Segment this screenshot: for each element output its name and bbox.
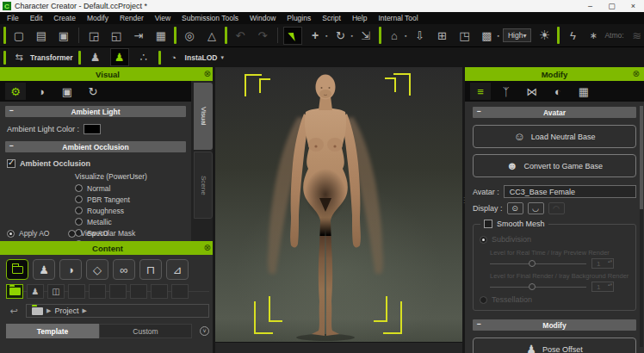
light-settings-button[interactable]: ☀ <box>535 27 554 45</box>
camera-home-dropdown[interactable]: ▪ <box>405 33 406 39</box>
physics-button[interactable]: ϟ <box>563 27 582 45</box>
view-ao-radio[interactable] <box>68 230 76 238</box>
subcategory-actor-button[interactable]: ♟ <box>27 284 44 299</box>
level-realtime-spinner[interactable]: 1 ▴▾ <box>591 258 614 269</box>
category-project-button[interactable] <box>6 259 28 280</box>
modify-scrollbar[interactable] <box>640 106 643 347</box>
ambient-occlusion-checkbox[interactable] <box>7 159 15 168</box>
back-button[interactable]: ↩ <box>6 305 22 318</box>
tab-scene[interactable]: Scene <box>194 152 213 219</box>
new-project-button[interactable]: ▢ <box>9 27 28 45</box>
breadcrumb[interactable]: ▶ Project ▶ <box>26 304 209 318</box>
category-prop-button[interactable]: ⊓ <box>139 259 162 280</box>
select-tool-button[interactable] <box>283 27 302 45</box>
pose-a-button[interactable]: ♟ <box>86 48 105 66</box>
menu-create[interactable]: Create <box>53 14 76 22</box>
category-cloth-button[interactable]: ◇ <box>86 259 108 280</box>
quality-dropdown[interactable]: High ▾ <box>503 28 532 42</box>
level-realtime-slider[interactable] <box>490 259 586 268</box>
pose-offset-button[interactable]: ♟ Pose Offset <box>473 338 636 353</box>
rotate-tool-button[interactable]: ↻ <box>331 27 350 45</box>
subdivision-radio[interactable] <box>480 236 487 244</box>
tessellation-radio[interactable] <box>480 296 487 304</box>
camera-fit-button[interactable]: ⊞ <box>432 27 451 45</box>
spinner-arrows-icon[interactable]: ▴▾ <box>608 282 612 287</box>
export-button[interactable]: ⇥ <box>129 27 148 45</box>
ambient-occlusion-section-header[interactable]: − Ambient Occlusion <box>5 141 186 152</box>
visual-panel-close-icon[interactable]: ⊗ <box>204 69 211 78</box>
spinner-arrows-icon[interactable]: ▴▾ <box>608 259 612 263</box>
undo-button[interactable]: ↶ <box>231 27 250 45</box>
character-model-female[interactable] <box>215 67 462 353</box>
atmosphere-button[interactable]: ∗ <box>585 27 601 45</box>
convert-to-game-base-button[interactable]: ☻ Convert to Game Base <box>473 154 636 177</box>
menu-script[interactable]: Script <box>322 14 341 22</box>
close-button[interactable]: × <box>622 0 644 12</box>
instalod-button[interactable]: ◔ InstaLOD ▾ <box>166 48 224 66</box>
save-project-button[interactable]: ▣ <box>54 27 73 45</box>
category-stage-button[interactable]: ⊿ <box>166 259 189 280</box>
content-panel-close-icon[interactable]: ⊗ <box>204 243 211 252</box>
category-material-button[interactable]: ◑ <box>59 259 82 280</box>
visualize-radio-normal[interactable] <box>75 184 83 192</box>
content-panel-header[interactable]: Content ⊗ <box>0 241 215 255</box>
display-teeth-button[interactable]: ◠ <box>548 202 565 214</box>
modify-actor-tab[interactable]: ᛉ <box>496 83 517 100</box>
camera-mask-dropdown[interactable]: ▪ <box>497 33 498 39</box>
breadcrumb-project[interactable]: Project <box>54 307 78 315</box>
level-final-slider[interactable] <box>490 282 586 291</box>
visual-settings-tab[interactable]: ⚙ <box>5 83 26 100</box>
tab-visual[interactable]: Visual <box>194 83 213 150</box>
visualize-radio-pbr-tangent[interactable] <box>75 195 83 203</box>
category-accessory-button[interactable]: ∞ <box>113 259 135 280</box>
menu-help[interactable]: Help <box>352 14 367 22</box>
camera-frame-button[interactable]: ◳ <box>455 27 474 45</box>
menu-render[interactable]: Render <box>120 14 144 22</box>
menu-modify[interactable]: Modify <box>87 14 108 22</box>
menu-internal-tool[interactable]: Internal Tool <box>378 14 418 22</box>
display-eyelash-button[interactable]: ◡ <box>528 202 544 214</box>
modify-sliders-tab[interactable]: ≡ <box>470 83 491 100</box>
modify-texture-tab[interactable]: ▦ <box>573 83 594 100</box>
collapse-icon[interactable]: − <box>9 141 14 150</box>
pose-b-button[interactable]: ♟ <box>110 48 129 66</box>
tab-custom[interactable]: Custom <box>99 324 192 338</box>
visualize-radio-metallic[interactable] <box>75 218 83 226</box>
menu-plugins[interactable]: Plugins <box>287 14 311 22</box>
visualize-radio-roughness[interactable] <box>75 207 83 214</box>
collapse-icon[interactable]: − <box>477 107 481 115</box>
import-avatar-button[interactable]: ◲ <box>84 27 103 45</box>
maximize-button[interactable]: ▢ <box>601 0 622 12</box>
load-neutral-base-button[interactable]: ☺ Load Neutral Base <box>473 125 636 148</box>
visual-panel-header[interactable]: Visual ⊗ <box>0 67 215 81</box>
subcategory-folder-button[interactable] <box>6 284 23 299</box>
avatar-section-header[interactable]: − Avatar <box>473 107 636 118</box>
expand-chevron-icon[interactable]: ˅ <box>200 326 209 336</box>
scale-tool-button[interactable]: ⇲ <box>356 27 375 45</box>
visual-shadow-tab[interactable]: ◑ <box>31 83 52 100</box>
move-tool-button[interactable]: + <box>306 27 325 45</box>
menu-view[interactable]: View <box>155 14 170 22</box>
smooth-mesh-checkbox[interactable] <box>484 220 492 228</box>
camera-home-button[interactable]: ⌂ <box>385 27 404 45</box>
display-eye-button[interactable]: ⊙ <box>507 202 523 214</box>
modify-panel-header[interactable]: Modify ⊗ <box>465 67 644 81</box>
menu-submission-tools[interactable]: Submission Tools <box>182 14 238 22</box>
subcategory-image-button[interactable]: ◫ <box>47 284 65 299</box>
export-avatar-button[interactable]: ◱ <box>107 27 126 45</box>
viewport-3d[interactable] <box>215 67 462 353</box>
level-final-spinner[interactable]: 1 ▴▾ <box>591 282 614 292</box>
hierarchy-button[interactable]: ∴ <box>134 48 153 66</box>
redo-button[interactable]: ↷ <box>253 27 272 45</box>
render-image-button[interactable]: ▦ <box>152 27 170 45</box>
minimize-button[interactable]: – <box>579 0 601 12</box>
modify-morph-tab[interactable]: ⋈ <box>522 83 542 100</box>
visual-stage-tab[interactable]: ▣ <box>57 83 77 100</box>
menu-edit[interactable]: Edit <box>30 14 43 22</box>
ambient-light-color-swatch[interactable] <box>84 124 101 134</box>
transformer-button[interactable]: ⇆ Transformer <box>11 48 73 66</box>
camera-mask-button[interactable]: ▩ <box>477 27 496 45</box>
modify-panel-close-icon[interactable]: ⊗ <box>633 69 640 78</box>
category-actor-button[interactable]: ♟ <box>33 259 55 280</box>
ambient-light-section-header[interactable]: − Ambient Light <box>5 106 186 117</box>
